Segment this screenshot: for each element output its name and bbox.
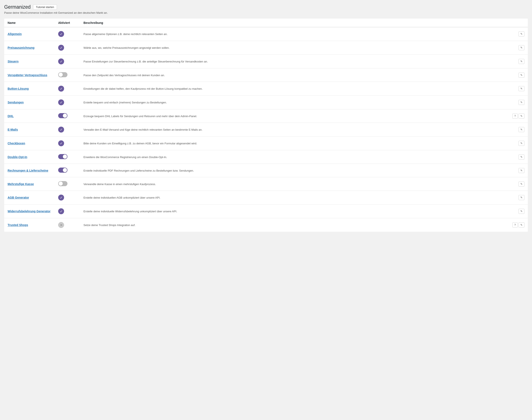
table-row: Mehrstufige KasseVerwandle deine Kasse i… [4, 177, 528, 191]
status-dhl[interactable] [55, 109, 80, 123]
actions-agb-generator: ✎ [470, 191, 528, 205]
table-row: AGB Generator✓Erstelle deine individuell… [4, 191, 528, 205]
status-double-opt-in[interactable] [55, 150, 80, 164]
edit-button-double-opt-in[interactable]: ✎ [518, 154, 524, 160]
table-header: Name Aktiviert Beschreibung [4, 19, 528, 27]
table-row: Preisauszeichnung✓Wähle aus, wo, welche … [4, 41, 528, 55]
description-double-opt-in: Erweitere die WooCommerce Registrierung … [84, 156, 167, 159]
table-row: Trusted Shops✕Setze deine Trusted Shops … [4, 218, 528, 232]
actions-sendungen: ✎ [470, 96, 528, 109]
actions-double-opt-in: ✎ [470, 150, 528, 164]
description-steuern: Passe Einstellungen zur Steuerberechnung… [84, 60, 208, 63]
table-row: Verspäteter VertragsschlussPasse den Zei… [4, 68, 528, 82]
status-verspaeter-vertragsschluss[interactable] [55, 68, 80, 82]
table-row: Widerrufsbelehrung Generator✓Erstelle de… [4, 205, 528, 218]
status-mehrstufige-kasse[interactable] [55, 177, 80, 191]
actions-steuern: ✎ [470, 55, 528, 68]
item-name-preisauszeichnung[interactable]: Preisauszeichnung [8, 46, 35, 49]
edit-button-verspaeter-vertragsschluss[interactable]: ✎ [518, 73, 524, 78]
page-title: Germanized [4, 4, 30, 10]
checked-icon[interactable]: ✓ [58, 208, 64, 214]
status-steuern[interactable]: ✓ [55, 55, 80, 68]
item-name-widerrufsbelehrung-generator[interactable]: Widerrufsbelehrung Generator [8, 210, 51, 213]
description-widerrufsbelehrung-generator: Erstelle deine individuelle Widerrufsbel… [84, 210, 177, 213]
item-name-double-opt-in[interactable]: Double-Opt-In [8, 155, 27, 159]
edit-button-allgemein[interactable]: ✎ [518, 31, 524, 36]
toggle-off[interactable] [58, 72, 68, 77]
edit-button-dhl[interactable]: ✎ [518, 114, 524, 119]
actions-allgemein: ✎ [470, 27, 528, 41]
item-name-steuern[interactable]: Steuern [8, 60, 19, 63]
x-icon[interactable]: ✕ [58, 222, 64, 228]
status-sendungen[interactable]: ✓ [55, 96, 80, 109]
checked-icon[interactable]: ✓ [58, 59, 64, 64]
item-name-allgemein[interactable]: Allgemein [8, 32, 22, 36]
toggle-on[interactable] [58, 167, 68, 173]
edit-button-e-mails[interactable]: ✎ [518, 127, 524, 132]
table-row: Double-Opt-InErweitere die WooCommerce R… [4, 150, 528, 164]
edit-button-trusted-shops[interactable]: ✎ [518, 223, 524, 227]
question-button-dhl[interactable]: ? [512, 114, 518, 119]
item-name-e-mails[interactable]: E-Mails [8, 128, 18, 131]
checked-icon[interactable]: ✓ [58, 45, 64, 51]
actions-checkboxen: ✎ [470, 136, 528, 150]
status-e-mails[interactable]: ✓ [55, 123, 80, 136]
edit-button-mehrstufige-kasse[interactable]: ✎ [518, 181, 524, 187]
item-name-trusted-shops[interactable]: Trusted Shops [8, 223, 28, 227]
actions-mehrstufige-kasse: ✎ [470, 177, 528, 191]
item-name-sendungen[interactable]: Sendungen [8, 101, 24, 104]
status-checkboxen[interactable]: ✓ [55, 136, 80, 150]
checked-icon[interactable]: ✓ [58, 86, 64, 91]
description-preisauszeichnung: Wähle aus, wo, welche Preisauszeichnunge… [84, 46, 169, 49]
col-aktiviert: Aktiviert [55, 19, 80, 27]
edit-button-agb-generator[interactable]: ✎ [518, 195, 524, 200]
table-row: Steuern✓Passe Einstellungen zur Steuerbe… [4, 55, 528, 68]
item-name-agb-generator[interactable]: AGB Generator [8, 196, 29, 199]
tutorial-button[interactable]: Tutorial starten [33, 4, 57, 10]
status-allgemein[interactable]: ✓ [55, 27, 80, 41]
item-name-dhl[interactable]: DHL [8, 114, 14, 118]
item-name-checkboxen[interactable]: Checkboxen [8, 142, 25, 145]
checked-icon[interactable]: ✓ [58, 195, 64, 200]
status-agb-generator[interactable]: ✓ [55, 191, 80, 205]
status-button-loesung[interactable]: ✓ [55, 82, 80, 96]
description-verspaeter-vertragsschluss: Passe den Zeitpunkt des Vertragsschlusse… [84, 74, 165, 77]
edit-button-preisauszeichnung[interactable]: ✎ [518, 45, 524, 50]
item-name-mehrstufige-kasse[interactable]: Mehrstufige Kasse [8, 182, 34, 186]
actions-rechnungen-lieferscheine: ✎ [470, 164, 528, 177]
edit-button-rechnungen-lieferscheine[interactable]: ✎ [518, 168, 524, 173]
table-row: Checkboxen✓Bitte deine Kunden um Einwill… [4, 136, 528, 150]
item-name-rechnungen-lieferscheine[interactable]: Rechnungen & Lieferscheine [8, 169, 48, 172]
toggle-on[interactable] [58, 113, 68, 118]
edit-button-sendungen[interactable]: ✎ [518, 100, 524, 105]
edit-button-checkboxen[interactable]: ✎ [518, 141, 524, 146]
actions-verspaeter-vertragsschluss: ✎ [470, 68, 528, 82]
edit-button-button-loesung[interactable]: ✎ [518, 86, 524, 91]
checked-icon[interactable]: ✓ [58, 99, 64, 105]
edit-button-steuern[interactable]: ✎ [518, 59, 524, 64]
actions-preisauszeichnung: ✎ [470, 41, 528, 55]
actions-trusted-shops: ?✎ [470, 218, 528, 232]
edit-button-widerrufsbelehrung-generator[interactable]: ✎ [518, 209, 524, 214]
description-dhl: Erzeuge bequem DHL Labels für Sendungen … [84, 115, 197, 118]
checked-icon[interactable]: ✓ [58, 31, 64, 37]
checked-icon[interactable]: ✓ [58, 127, 64, 133]
status-widerrufsbelehrung-generator[interactable]: ✓ [55, 205, 80, 218]
description-agb-generator: Erstelle deine individuellen AGB unkompl… [84, 196, 160, 199]
table-row: Allgemein✓Passe allgemeine Optionen z.B.… [4, 27, 528, 41]
status-rechnungen-lieferscheine[interactable] [55, 164, 80, 177]
status-preisauszeichnung[interactable]: ✓ [55, 41, 80, 55]
table-row: Button-Lösung✓Einstellungen die dir dabe… [4, 82, 528, 96]
description-allgemein: Passe allgemeine Optionen z.B. deine rec… [84, 32, 168, 36]
description-mehrstufige-kasse: Verwandle deine Kasse in einen mehrstufi… [84, 182, 156, 186]
toggle-on[interactable] [58, 154, 68, 159]
actions-button-loesung: ✎ [470, 82, 528, 96]
question-button-trusted-shops[interactable]: ? [512, 223, 518, 227]
col-beschreibung: Beschreibung [80, 19, 470, 27]
item-name-verspaeter-vertragsschluss[interactable]: Verspäteter Vertragsschluss [8, 74, 47, 77]
checked-icon[interactable]: ✓ [58, 140, 64, 146]
status-trusted-shops[interactable]: ✕ [55, 218, 80, 232]
item-name-button-loesung[interactable]: Button-Lösung [8, 87, 29, 90]
table-row: Sendungen✓Erstelle bequem und einfach (m… [4, 96, 528, 109]
toggle-off[interactable] [58, 181, 68, 186]
